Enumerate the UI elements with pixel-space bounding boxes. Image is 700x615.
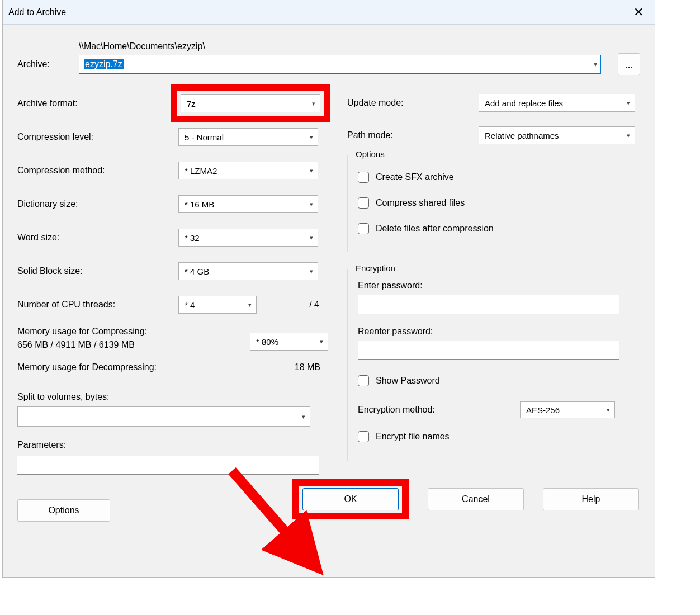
show-password-label: Show Password [376, 376, 440, 386]
path-mode-label: Path mode: [347, 130, 479, 140]
close-icon[interactable]: ✕ [628, 3, 649, 22]
dictionary-size-label: Dictionary size: [17, 199, 178, 209]
compression-level-label: Compression level: [17, 132, 178, 142]
encrypt-filenames-label: Encrypt file names [376, 432, 450, 442]
chevron-down-icon: ▾ [248, 301, 252, 309]
archive-format-combo[interactable]: 7z ▾ [181, 94, 320, 112]
ok-button-highlight: OK [292, 479, 409, 519]
chevron-down-icon: ▾ [627, 132, 630, 139]
mem-compress-detail: 656 MB / 4911 MB / 6139 MB [17, 338, 147, 352]
delete-after-checkbox[interactable] [358, 223, 369, 234]
cpu-threads-label: Number of CPU threads: [17, 300, 178, 310]
archive-format-label: Archive format: [17, 98, 171, 108]
browse-button[interactable]: ... [618, 53, 640, 75]
parameters-label: Parameters: [17, 440, 330, 450]
delete-after-label: Delete files after compression [376, 224, 494, 234]
mem-compress-label: Memory usage for Compressing: [17, 325, 147, 338]
archive-path: \\Mac\Home\Documents\ezyzip\ [79, 41, 640, 51]
word-size-combo[interactable]: * 32 ▾ [178, 229, 318, 247]
encryption-group: Encryption Enter password: Reenter passw… [347, 269, 640, 461]
chevron-down-icon: ▾ [310, 134, 313, 141]
chevron-down-icon: ▾ [310, 167, 313, 174]
split-volumes-combo[interactable]: ▾ [17, 406, 310, 427]
chevron-down-icon: ▾ [627, 100, 630, 107]
encryption-legend: Encryption [352, 263, 399, 273]
create-sfx-label: Create SFX archive [376, 172, 454, 182]
update-mode-combo[interactable]: Add and replace files ▾ [479, 94, 635, 112]
chevron-down-icon: ▾ [310, 234, 313, 242]
options-button[interactable]: Options [17, 499, 110, 522]
create-sfx-checkbox[interactable] [358, 172, 369, 183]
chevron-down-icon: ▾ [310, 201, 313, 208]
mem-decompress-value: 18 MB [295, 362, 320, 372]
chevron-down-icon: ▾ [594, 60, 597, 68]
solid-block-size-label: Solid Block size: [17, 266, 178, 276]
options-group: Options Create SFX archive Compress shar… [347, 155, 640, 252]
compression-method-label: Compression method: [17, 165, 178, 176]
word-size-label: Word size: [17, 233, 178, 243]
archive-filename-combo[interactable]: ezyzip.7z ▾ [79, 55, 601, 74]
cancel-button[interactable]: Cancel [428, 488, 524, 510]
cpu-threads-max: / 4 [309, 300, 319, 310]
help-button[interactable]: Help [543, 488, 639, 510]
cpu-threads-combo[interactable]: * 4 ▾ [178, 296, 257, 314]
encryption-method-label: Encryption method: [358, 405, 520, 415]
titlebar: Add to Archive ✕ [3, 0, 655, 25]
mem-decompress-label: Memory usage for Decompressing: [17, 362, 157, 372]
archive-format-highlight: 7z ▾ [171, 84, 330, 122]
update-mode-label: Update mode: [347, 98, 479, 108]
encryption-method-combo[interactable]: AES-256 ▾ [520, 401, 615, 418]
archive-filename-text: ezyzip.7z [84, 59, 124, 69]
parameters-input[interactable] [17, 456, 319, 475]
reenter-password-label: Reenter password: [358, 327, 630, 337]
chevron-down-icon: ▾ [302, 413, 305, 420]
enter-password-input[interactable] [358, 295, 619, 314]
ok-button[interactable]: OK [302, 488, 399, 510]
compression-method-combo[interactable]: * LZMA2 ▾ [178, 162, 318, 179]
compression-level-combo[interactable]: 5 - Normal ▾ [178, 128, 318, 146]
chevron-down-icon: ▾ [607, 406, 610, 414]
reenter-password-input[interactable] [358, 341, 619, 360]
split-volumes-label: Split to volumes, bytes: [17, 392, 330, 402]
add-to-archive-dialog: Add to Archive ✕ \\Mac\Home\Documents\ez… [2, 0, 655, 578]
dialog-title: Add to Archive [8, 7, 66, 17]
options-legend: Options [352, 149, 388, 159]
mem-compress-combo[interactable]: * 80% ▾ [250, 333, 328, 351]
archive-label: Archive: [17, 59, 79, 69]
encrypt-filenames-checkbox[interactable] [358, 431, 369, 442]
path-mode-combo[interactable]: Relative pathnames ▾ [479, 126, 635, 144]
solid-block-size-combo[interactable]: * 4 GB ▾ [178, 262, 318, 280]
show-password-checkbox[interactable] [358, 375, 369, 386]
compress-shared-checkbox[interactable] [358, 197, 369, 209]
dictionary-size-combo[interactable]: * 16 MB ▾ [178, 195, 318, 213]
enter-password-label: Enter password: [358, 281, 630, 291]
chevron-down-icon: ▾ [312, 100, 315, 107]
chevron-down-icon: ▾ [310, 268, 313, 275]
compress-shared-label: Compress shared files [376, 198, 465, 208]
chevron-down-icon: ▾ [320, 338, 323, 346]
